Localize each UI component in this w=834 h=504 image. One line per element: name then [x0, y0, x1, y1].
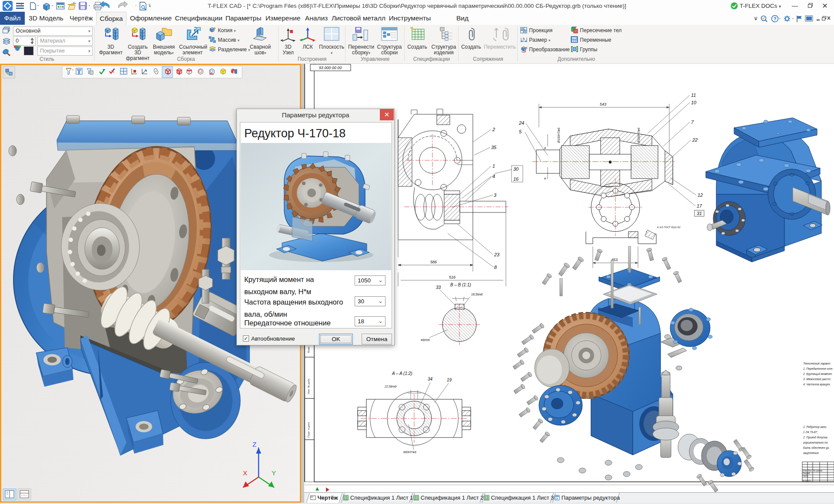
svg-text:2. Привод допуска.: 2. Привод допуска.: [803, 436, 828, 439]
svg-text:A – A (1:2): A – A (1:2): [392, 371, 412, 376]
svg-text:Подп. и дата: Подп. и дата: [307, 422, 310, 438]
svg-text:Ø100Н7/к6: Ø100Н7/к6: [557, 128, 560, 143]
svg-text:516: 516: [449, 275, 455, 279]
svg-text:5: 5: [523, 37, 525, 41]
svg-text:#60Н6: #60Н6: [421, 338, 430, 342]
svg-text:11: 11: [691, 93, 696, 98]
svg-text:1: 1: [492, 163, 495, 169]
svg-text:7: 7: [691, 119, 694, 125]
svg-text:16: 16: [513, 176, 519, 182]
svg-text:34: 34: [428, 377, 433, 381]
svg-text:3. Межосевое расст.: 3. Межосевое расст.: [803, 378, 831, 381]
svg-text:Технические характ.: Технические характ.: [803, 362, 831, 365]
svg-text:33: 33: [436, 285, 441, 290]
svg-text:зацепления: зацепления: [803, 451, 819, 455]
svg-text:горизонтально по.: горизонтально по.: [803, 441, 828, 444]
svg-text:93 000 00 00: 93 000 00 00: [319, 66, 342, 70]
svg-text:586: 586: [430, 260, 437, 264]
svg-text:22: 22: [692, 137, 698, 143]
svg-text:24: 24: [518, 120, 524, 126]
svg-text:19: 19: [447, 378, 452, 382]
svg-text:1. Редуктор зали.: 1. Редуктор зали.: [803, 425, 827, 429]
svg-text:Ø100Н7/к6: Ø100Н7/к6: [637, 128, 640, 143]
svg-text:#83Н7/к6: #83Н7/к6: [403, 451, 416, 454]
svg-text:Инв. № дубл.: Инв. № дубл.: [307, 378, 310, 394]
svg-text:№ докум.: № докум.: [813, 469, 823, 472]
svg-text:30: 30: [513, 166, 519, 172]
svg-text:543: 543: [600, 102, 606, 106]
svg-text:2: 2: [492, 127, 495, 132]
svg-text:в: в: [544, 176, 546, 180]
svg-text:17: 17: [697, 203, 702, 209]
svg-text:4. Частота вращен.: 4. Частота вращен.: [803, 383, 831, 386]
svg-text:2. Крутящий момент: 2. Крутящий момент: [803, 372, 832, 376]
svg-text:31: 31: [697, 211, 702, 216]
svg-text:4: 4: [492, 174, 495, 179]
svg-text:Пров.: Пров.: [803, 474, 808, 477]
svg-text:18,59/к6: 18,59/к6: [471, 293, 483, 296]
svg-text:10: 10: [691, 100, 697, 105]
svg-text:3: 3: [494, 192, 497, 198]
svg-text:в: в: [544, 146, 546, 150]
svg-text:Z: Z: [253, 441, 256, 448]
svg-text:1. Передаточное отн.: 1. Передаточное отн.: [803, 367, 833, 371]
svg-text:Y: Y: [272, 469, 276, 477]
svg-text:8: 8: [494, 265, 497, 270]
svg-text:22,59/н9: 22,59/н9: [384, 385, 396, 388]
svg-text:X: X: [243, 469, 247, 477]
svg-text:12: 12: [698, 192, 703, 198]
svg-text:1 Л4 79-87;: 1 Л4 79-87;: [803, 431, 818, 434]
svg-text:?: ?: [774, 16, 777, 21]
svg-text:К 1/2 ГОСТ 6111-52: К 1/2 ГОСТ 6111-52: [657, 226, 681, 229]
svg-text:5: 5: [519, 129, 522, 134]
svg-text:быть обеспечен ур.: быть обеспечен ур.: [803, 446, 830, 450]
svg-text:35: 35: [491, 145, 497, 150]
svg-text:B – B (1:1): B – B (1:1): [450, 282, 471, 287]
svg-text:Н.контр.: Н.контр.: [803, 480, 811, 482]
svg-text:23: 23: [494, 252, 500, 257]
